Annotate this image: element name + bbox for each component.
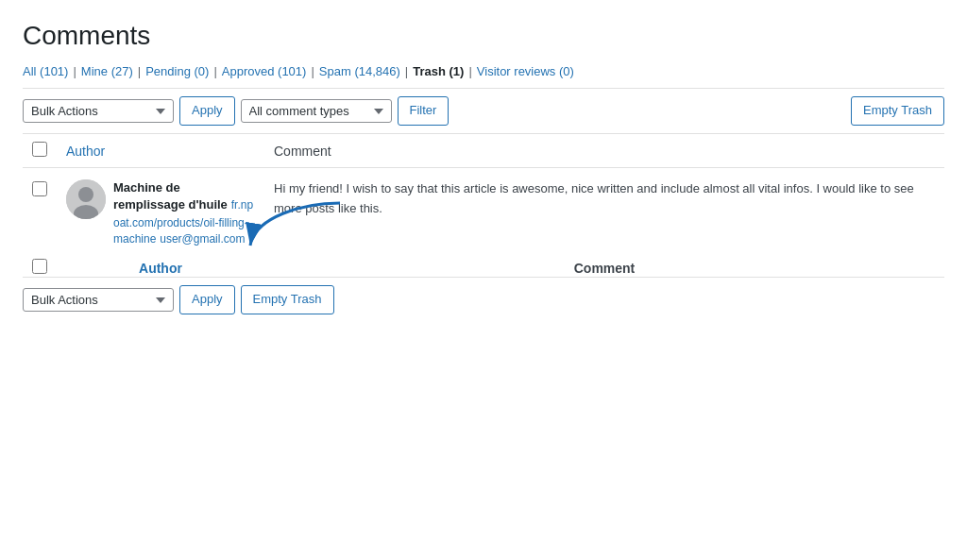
- filter-button[interactable]: Filter: [398, 96, 450, 126]
- author-details: Machine de remplissage d'huile fr.npoat.…: [113, 179, 255, 247]
- table-head: Author Comment: [23, 134, 944, 168]
- filter-approved[interactable]: Approved (101): [222, 64, 307, 78]
- row-checkbox-cell: [23, 168, 57, 259]
- avatar: [66, 179, 106, 219]
- avatar-silhouette-icon: [66, 179, 106, 219]
- page-wrapper: Comments All (101) | Mine (27) | Pending…: [0, 0, 967, 560]
- select-all-checkbox[interactable]: [32, 142, 47, 157]
- footer-author-col[interactable]: Author: [57, 259, 264, 277]
- filter-approved-link[interactable]: Approved (101): [222, 64, 307, 78]
- comments-table: Author Comment: [23, 133, 944, 277]
- filter-pending-link[interactable]: Pending (0): [145, 64, 209, 78]
- author-col-header[interactable]: Author: [57, 134, 264, 168]
- toolbar-top: Bulk ActionsUnapproveApproveMark as Spam…: [23, 88, 944, 133]
- footer-select-all-checkbox[interactable]: [32, 259, 47, 274]
- table-header-row: Author Comment: [23, 134, 944, 168]
- filter-visitor-link[interactable]: Visitor reviews (0): [477, 64, 574, 78]
- table-footer-row: Author Comment: [23, 259, 944, 277]
- filter-trash[interactable]: Trash (1): [413, 64, 464, 78]
- comment-cell: Hi my friend! I wish to say that this ar…: [264, 168, 944, 259]
- bulk-actions-select-top[interactable]: Bulk ActionsUnapproveApproveMark as Spam…: [23, 99, 174, 123]
- apply-button-top[interactable]: Apply: [179, 96, 235, 126]
- author-info: Machine de remplissage d'huile fr.npoat.…: [66, 179, 255, 247]
- select-all-col: [23, 134, 57, 168]
- footer-check-col: [23, 259, 57, 277]
- filter-all-link[interactable]: All (101): [23, 64, 68, 78]
- bulk-actions-select-bottom[interactable]: Bulk ActionsUnapproveApproveMark as Spam…: [23, 288, 174, 312]
- empty-trash-button-bottom[interactable]: Empty Trash: [241, 285, 334, 314]
- table-foot: Author Comment: [23, 259, 944, 277]
- table-body: Machine de remplissage d'huile fr.npoat.…: [23, 168, 944, 259]
- table-row: Machine de remplissage d'huile fr.npoat.…: [23, 168, 944, 259]
- comment-col-header: Comment: [264, 134, 944, 168]
- filter-mine-link[interactable]: Mine (27): [81, 64, 133, 78]
- page-title: Comments: [23, 19, 944, 53]
- author-email: user@gmail.com: [160, 232, 245, 246]
- empty-trash-button-top[interactable]: Empty Trash: [851, 96, 944, 126]
- row-checkbox[interactable]: [32, 181, 47, 196]
- apply-button-bottom[interactable]: Apply: [179, 285, 235, 314]
- author-col-link[interactable]: Author: [66, 144, 105, 159]
- filter-mine[interactable]: Mine (27): [81, 64, 133, 78]
- filter-visitor[interactable]: Visitor reviews (0): [477, 64, 574, 78]
- filter-pending[interactable]: Pending (0): [145, 64, 209, 78]
- filter-all[interactable]: All (101): [23, 64, 68, 78]
- toolbar-bottom: Bulk ActionsUnapproveApproveMark as Spam…: [23, 277, 944, 322]
- filter-links: All (101) | Mine (27) | Pending (0) | Ap…: [23, 64, 944, 78]
- footer-comment-col: Comment: [264, 259, 944, 277]
- comment-type-select[interactable]: All comment typesCommentsPings: [241, 99, 392, 123]
- svg-point-1: [78, 187, 93, 202]
- footer-author-col-link[interactable]: Author: [139, 261, 182, 276]
- author-name: Machine de remplissage d'huile: [113, 180, 228, 212]
- filter-spam-link[interactable]: Spam (14,846): [319, 64, 400, 78]
- filter-trash-link[interactable]: Trash (1): [413, 64, 464, 78]
- author-cell: Machine de remplissage d'huile fr.npoat.…: [57, 168, 264, 259]
- filter-spam[interactable]: Spam (14,846): [319, 64, 400, 78]
